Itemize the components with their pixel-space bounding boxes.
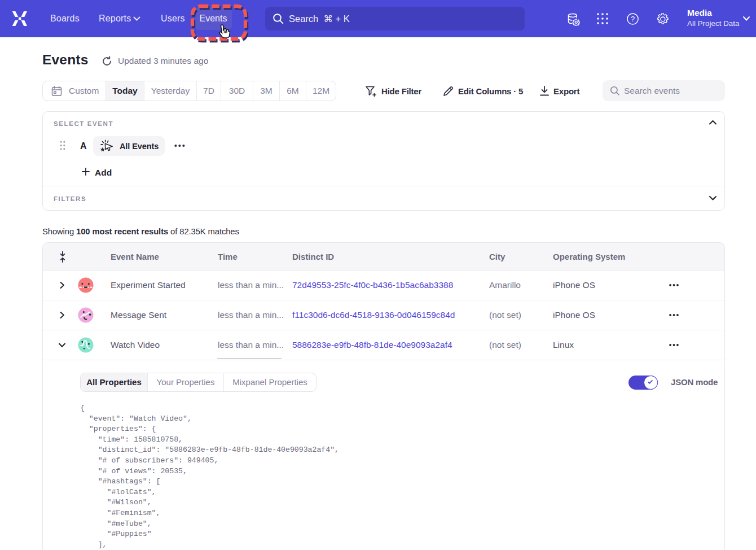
svg-text:?: ?: [631, 15, 635, 23]
